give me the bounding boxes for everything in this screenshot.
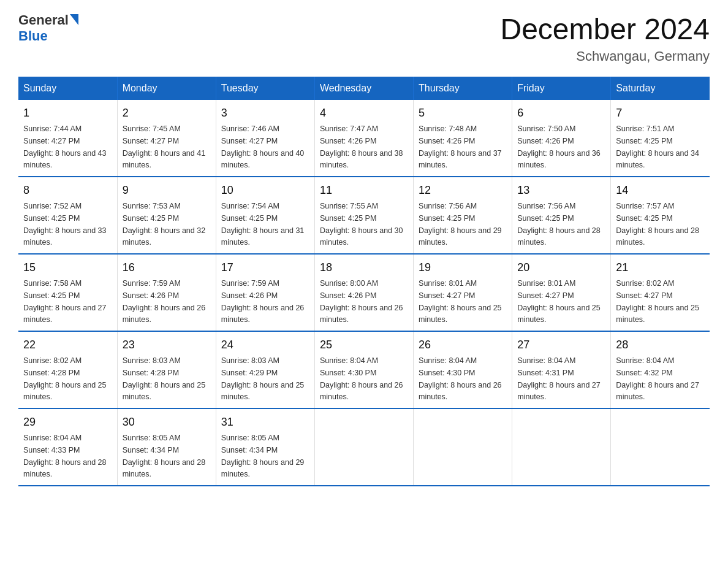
table-row: 4 Sunrise: 7:47 AMSunset: 4:26 PMDayligh… [314,100,413,177]
day-number: 22 [23,337,112,353]
day-number: 28 [616,337,705,353]
table-row: 3 Sunrise: 7:46 AMSunset: 4:27 PMDayligh… [216,100,314,177]
day-number: 27 [517,337,605,353]
day-number: 29 [23,414,112,431]
day-number: 7 [616,105,705,121]
day-number: 23 [123,337,211,353]
table-row: 13 Sunrise: 7:56 AMSunset: 4:25 PMDaylig… [512,177,611,254]
day-info: Sunrise: 8:03 AMSunset: 4:28 PMDaylight:… [123,356,206,401]
table-row [414,408,512,486]
day-info: Sunrise: 8:05 AMSunset: 4:34 PMDaylight:… [221,434,305,478]
day-info: Sunrise: 8:04 AMSunset: 4:30 PMDaylight:… [320,356,403,401]
main-title: December 2024 [500,12,710,46]
table-row: 8 Sunrise: 7:52 AMSunset: 4:25 PMDayligh… [18,177,117,254]
table-row: 9 Sunrise: 7:53 AMSunset: 4:25 PMDayligh… [117,177,216,254]
table-row: 10 Sunrise: 7:54 AMSunset: 4:25 PMDaylig… [216,177,314,254]
day-info: Sunrise: 7:45 AMSunset: 4:27 PMDaylight:… [123,124,206,169]
day-info: Sunrise: 8:04 AMSunset: 4:30 PMDaylight:… [419,356,502,401]
table-row: 12 Sunrise: 7:56 AMSunset: 4:25 PMDaylig… [414,177,512,254]
day-number: 18 [320,259,408,276]
table-row: 29 Sunrise: 8:04 AMSunset: 4:33 PMDaylig… [18,408,117,486]
day-number: 26 [419,337,507,353]
table-row: 21 Sunrise: 8:02 AMSunset: 4:27 PMDaylig… [611,254,710,331]
day-number: 14 [616,182,705,199]
col-wednesday: Wednesday [314,77,413,100]
day-number: 12 [419,182,507,199]
day-number: 8 [23,182,112,199]
calendar-week-row: 1 Sunrise: 7:44 AMSunset: 4:27 PMDayligh… [18,100,710,177]
table-row: 6 Sunrise: 7:50 AMSunset: 4:26 PMDayligh… [512,100,611,177]
day-info: Sunrise: 7:57 AMSunset: 4:25 PMDaylight:… [616,202,699,247]
day-info: Sunrise: 7:53 AMSunset: 4:25 PMDaylight:… [123,202,206,247]
table-row: 18 Sunrise: 8:00 AMSunset: 4:26 PMDaylig… [314,254,413,331]
table-row [314,408,413,486]
day-info: Sunrise: 8:01 AMSunset: 4:27 PMDaylight:… [517,279,601,324]
day-number: 1 [23,105,112,121]
day-number: 6 [517,105,605,121]
day-info: Sunrise: 7:56 AMSunset: 4:25 PMDaylight:… [517,202,601,247]
day-info: Sunrise: 7:52 AMSunset: 4:25 PMDaylight:… [23,202,107,247]
col-monday: Monday [117,77,216,100]
col-thursday: Thursday [414,77,512,100]
subtitle: Schwangau, Germany [500,48,710,64]
day-info: Sunrise: 7:50 AMSunset: 4:26 PMDaylight:… [517,124,601,169]
table-row: 24 Sunrise: 8:03 AMSunset: 4:29 PMDaylig… [216,331,314,408]
col-friday: Friday [512,77,611,100]
calendar-week-row: 29 Sunrise: 8:04 AMSunset: 4:33 PMDaylig… [18,408,710,486]
day-number: 17 [221,259,309,276]
day-number: 13 [517,182,605,199]
table-row: 25 Sunrise: 8:04 AMSunset: 4:30 PMDaylig… [314,331,413,408]
day-info: Sunrise: 7:48 AMSunset: 4:26 PMDaylight:… [419,124,502,169]
day-info: Sunrise: 8:04 AMSunset: 4:31 PMDaylight:… [517,356,601,401]
calendar-table: Sunday Monday Tuesday Wednesday Thursday… [18,77,710,486]
col-sunday: Sunday [18,77,117,100]
col-tuesday: Tuesday [216,77,314,100]
day-info: Sunrise: 7:44 AMSunset: 4:27 PMDaylight:… [23,124,107,169]
day-number: 5 [419,105,507,121]
table-row: 15 Sunrise: 7:58 AMSunset: 4:25 PMDaylig… [18,254,117,331]
calendar-header-row: Sunday Monday Tuesday Wednesday Thursday… [18,77,710,100]
table-row: 19 Sunrise: 8:01 AMSunset: 4:27 PMDaylig… [414,254,512,331]
day-info: Sunrise: 8:01 AMSunset: 4:27 PMDaylight:… [419,279,502,324]
day-number: 15 [23,259,112,276]
day-number: 10 [221,182,309,199]
table-row: 1 Sunrise: 7:44 AMSunset: 4:27 PMDayligh… [18,100,117,177]
day-info: Sunrise: 7:55 AMSunset: 4:25 PMDaylight:… [320,202,403,247]
logo-text-blue: Blue [18,28,48,44]
table-row [611,408,710,486]
day-info: Sunrise: 7:51 AMSunset: 4:25 PMDaylight:… [616,124,699,169]
table-row: 16 Sunrise: 7:59 AMSunset: 4:26 PMDaylig… [117,254,216,331]
day-number: 21 [616,259,705,276]
day-info: Sunrise: 7:59 AMSunset: 4:26 PMDaylight:… [123,279,206,324]
calendar-week-row: 22 Sunrise: 8:02 AMSunset: 4:28 PMDaylig… [18,331,710,408]
table-row: 26 Sunrise: 8:04 AMSunset: 4:30 PMDaylig… [414,331,512,408]
day-info: Sunrise: 8:02 AMSunset: 4:28 PMDaylight:… [23,356,107,401]
table-row: 28 Sunrise: 8:04 AMSunset: 4:32 PMDaylig… [611,331,710,408]
table-row: 27 Sunrise: 8:04 AMSunset: 4:31 PMDaylig… [512,331,611,408]
table-row: 22 Sunrise: 8:02 AMSunset: 4:28 PMDaylig… [18,331,117,408]
table-row: 11 Sunrise: 7:55 AMSunset: 4:25 PMDaylig… [314,177,413,254]
day-info: Sunrise: 8:02 AMSunset: 4:27 PMDaylight:… [616,279,699,324]
col-saturday: Saturday [611,77,710,100]
day-info: Sunrise: 7:58 AMSunset: 4:25 PMDaylight:… [23,279,107,324]
day-info: Sunrise: 8:04 AMSunset: 4:32 PMDaylight:… [616,356,699,401]
day-info: Sunrise: 8:00 AMSunset: 4:26 PMDaylight:… [320,279,403,324]
day-number: 16 [123,259,211,276]
page-header: General Blue December 2024 Schwangau, Ge… [18,12,710,64]
table-row: 17 Sunrise: 7:59 AMSunset: 4:26 PMDaylig… [216,254,314,331]
day-info: Sunrise: 7:54 AMSunset: 4:25 PMDaylight:… [221,202,305,247]
day-number: 9 [123,182,211,199]
day-number: 24 [221,337,309,353]
day-number: 4 [320,105,408,121]
day-info: Sunrise: 8:03 AMSunset: 4:29 PMDaylight:… [221,356,305,401]
day-number: 30 [123,414,211,431]
table-row: 23 Sunrise: 8:03 AMSunset: 4:28 PMDaylig… [117,331,216,408]
day-info: Sunrise: 7:46 AMSunset: 4:27 PMDaylight:… [221,124,305,169]
table-row: 7 Sunrise: 7:51 AMSunset: 4:25 PMDayligh… [611,100,710,177]
table-row: 5 Sunrise: 7:48 AMSunset: 4:26 PMDayligh… [414,100,512,177]
title-block: December 2024 Schwangau, Germany [500,12,710,64]
table-row: 31 Sunrise: 8:05 AMSunset: 4:34 PMDaylig… [216,408,314,486]
day-number: 25 [320,337,408,353]
table-row: 20 Sunrise: 8:01 AMSunset: 4:27 PMDaylig… [512,254,611,331]
table-row [512,408,611,486]
